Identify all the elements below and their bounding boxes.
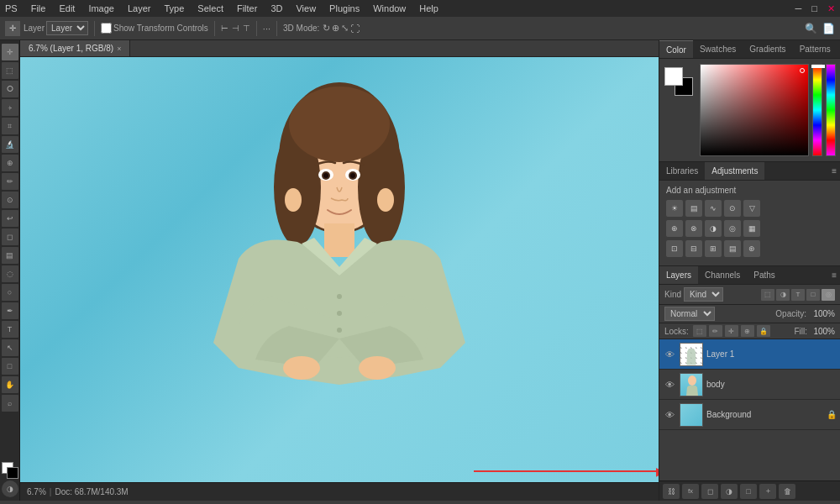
adj-selective-color[interactable]: ⊛ xyxy=(743,240,760,257)
adj-vibrance[interactable]: ▽ xyxy=(743,200,760,217)
align-right-icon[interactable]: ⊤ xyxy=(243,24,250,33)
search-icon[interactable]: 🔍 xyxy=(805,23,817,34)
more-tools-icon[interactable]: ··· xyxy=(263,24,270,34)
lock-artboard-icon[interactable]: ⊕ xyxy=(741,325,754,337)
tool-magic-wand[interactable]: ⍆ xyxy=(2,99,18,116)
3d-scale-icon[interactable]: ⤡ xyxy=(341,23,349,34)
foreground-color[interactable] xyxy=(664,67,683,86)
3d-move-icon[interactable]: ⊕ xyxy=(332,23,339,34)
menu-plugins[interactable]: Plugins xyxy=(328,3,361,13)
layer-mask-icon[interactable]: ◻ xyxy=(701,484,718,499)
adj-gradient-map[interactable]: ▤ xyxy=(724,240,741,257)
menu-select[interactable]: Select xyxy=(196,3,225,13)
layer-add-icon[interactable]: ＋ xyxy=(759,484,776,499)
tool-select[interactable]: ⬚ xyxy=(2,62,18,79)
filter-pixel-icon[interactable]: ⬚ xyxy=(761,289,774,301)
3d-more-icon[interactable]: ⛶ xyxy=(350,24,360,34)
show-transform-label[interactable]: Show Transform Controls xyxy=(101,23,208,34)
layer1-visibility-icon[interactable]: 👁 xyxy=(663,348,676,361)
tab-gradients[interactable]: Gradients xyxy=(743,40,792,58)
adj-threshold[interactable]: ⊞ xyxy=(705,240,722,257)
canvas-tab-close[interactable]: × xyxy=(117,45,121,53)
lock-brush-icon[interactable]: ✏ xyxy=(709,325,722,337)
window-maximize[interactable]: □ xyxy=(810,3,819,13)
align-left-icon[interactable]: ⊢ xyxy=(221,24,228,33)
lock-all-icon[interactable]: 🔒 xyxy=(757,325,770,337)
doc-icon[interactable]: 📄 xyxy=(822,23,835,34)
quick-mask[interactable]: ◑ xyxy=(2,480,18,497)
tool-crop[interactable]: ⌗ xyxy=(2,118,18,134)
tool-clone[interactable]: ⊙ xyxy=(2,192,18,208)
menu-ps[interactable]: PS xyxy=(3,3,19,13)
hue-slider[interactable] xyxy=(811,65,825,68)
layer-adj-icon[interactable]: ◑ xyxy=(721,484,738,499)
tool-path-select[interactable]: ↖ xyxy=(2,339,18,356)
tool-zoom[interactable]: ⌕ xyxy=(2,395,18,412)
window-close[interactable]: ✕ xyxy=(826,3,837,14)
background-visibility-icon[interactable]: 👁 xyxy=(663,408,676,422)
tool-pen[interactable]: ✒ xyxy=(2,302,18,319)
layer-delete-icon[interactable]: 🗑 xyxy=(779,484,795,499)
tool-blur[interactable]: ◌ xyxy=(2,265,18,282)
tool-eraser[interactable]: ◻ xyxy=(2,228,18,245)
adj-hsl[interactable]: ⊕ xyxy=(666,220,683,237)
fg-bg-color-squares[interactable] xyxy=(664,67,695,97)
blend-mode-select[interactable]: Normal xyxy=(664,307,715,321)
tool-move-icon[interactable]: ✛ xyxy=(5,21,20,36)
hue-bar[interactable] xyxy=(812,64,822,156)
layer-select[interactable]: Layer xyxy=(46,21,88,35)
layer-row-layer1[interactable]: 👁 Layer 1 xyxy=(659,339,840,370)
tool-brush[interactable]: ✏ xyxy=(2,173,18,190)
align-center-icon[interactable]: ⊣ xyxy=(232,24,239,33)
menu-layer[interactable]: Layer xyxy=(126,3,153,13)
adj-invert[interactable]: ⊡ xyxy=(666,240,683,257)
layer-row-background[interactable]: 👁 Background 🔒 xyxy=(659,400,840,430)
tab-paths[interactable]: Paths xyxy=(747,266,782,284)
filter-type-icon[interactable]: T xyxy=(791,289,805,301)
layer-link-icon[interactable]: ⛓ xyxy=(663,484,680,499)
menu-window[interactable]: Window xyxy=(371,3,407,13)
tool-gradient[interactable]: ▤ xyxy=(2,247,18,264)
tab-swatches[interactable]: Swatches xyxy=(693,40,743,58)
layers-panel-menu[interactable]: ≡ xyxy=(828,270,840,280)
tab-libraries[interactable]: Libraries xyxy=(659,162,705,180)
adj-panel-menu[interactable]: ≡ xyxy=(828,166,840,176)
menu-help[interactable]: Help xyxy=(417,3,440,13)
fg-bg-colors[interactable] xyxy=(2,462,18,479)
filter-shape-icon[interactable]: □ xyxy=(806,289,820,301)
tool-spot-heal[interactable]: ⊕ xyxy=(2,155,18,171)
tab-layers[interactable]: Layers xyxy=(659,266,698,284)
color-gradient-picker[interactable] xyxy=(700,64,809,156)
3d-rotate-icon[interactable]: ↻ xyxy=(323,23,330,34)
menu-edit[interactable]: Edit xyxy=(57,3,76,13)
canvas-content[interactable] xyxy=(20,57,659,482)
tool-move[interactable]: ✛ xyxy=(2,44,18,60)
lock-position-icon[interactable]: ✛ xyxy=(725,325,738,337)
menu-3d[interactable]: 3D xyxy=(269,3,284,13)
tab-color[interactable]: Color xyxy=(659,40,693,58)
adj-curves[interactable]: ∿ xyxy=(705,200,722,217)
tool-lasso[interactable]: ⵔ xyxy=(2,81,18,97)
filter-smart-icon[interactable]: ◎ xyxy=(822,289,835,301)
adj-exposure[interactable]: ⊙ xyxy=(724,200,741,217)
tab-channels[interactable]: Channels xyxy=(698,266,747,284)
adj-posterize[interactable]: ⊟ xyxy=(685,240,702,257)
spectrum-bar[interactable] xyxy=(826,64,836,156)
tab-adjustments[interactable]: Adjustments xyxy=(705,162,764,180)
body-visibility-icon[interactable]: 👁 xyxy=(663,378,676,391)
layers-kind-select[interactable]: Kind xyxy=(684,287,723,302)
tool-hand[interactable]: ✋ xyxy=(2,376,18,393)
tool-history[interactable]: ↩ xyxy=(2,210,18,227)
menu-filter[interactable]: Filter xyxy=(235,3,259,13)
adj-color-balance[interactable]: ⊗ xyxy=(685,220,702,237)
layer-fx-icon[interactable]: fx xyxy=(682,484,699,499)
menu-type[interactable]: Type xyxy=(163,3,186,13)
tool-dodge[interactable]: ○ xyxy=(2,284,18,301)
layer-row-body[interactable]: 👁 body xyxy=(659,370,840,400)
menu-view[interactable]: View xyxy=(294,3,318,13)
window-minimize[interactable]: ─ xyxy=(794,3,804,13)
adj-levels[interactable]: ▤ xyxy=(685,200,702,217)
adj-channel-mixer[interactable]: ▦ xyxy=(743,220,760,237)
layer-group-icon[interactable]: □ xyxy=(740,484,757,499)
show-transform-checkbox[interactable] xyxy=(101,23,112,34)
